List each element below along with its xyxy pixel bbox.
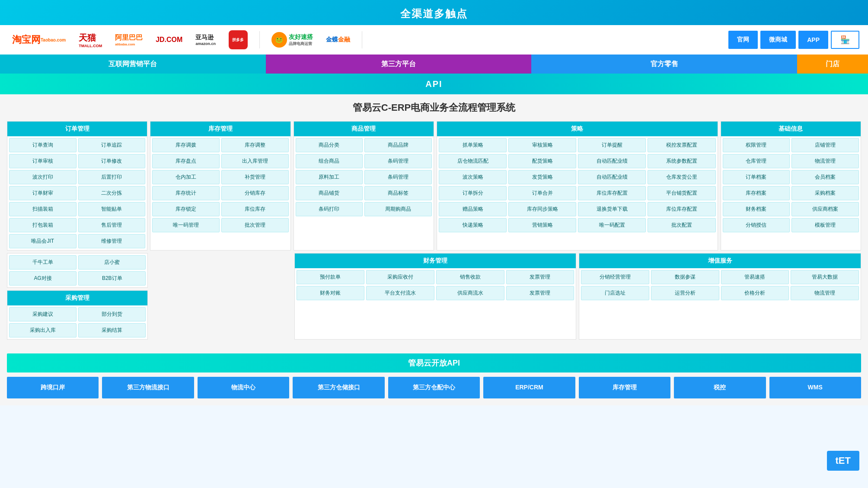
item-平台铺货配置[interactable]: 平台铺货配置 [648, 186, 715, 200]
api-btn-tax[interactable]: 税控 [674, 377, 766, 398]
item-分销授信[interactable]: 分销授信 [723, 218, 790, 232]
item-商品标签[interactable]: 商品标签 [364, 186, 432, 200]
item-维修管理[interactable]: 维修管理 [78, 234, 146, 248]
store-icon-btn[interactable]: 🏪 [831, 31, 859, 49]
item-商品品牌[interactable]: 商品品牌 [364, 138, 432, 152]
item-出入库管理[interactable]: 出入库管理 [221, 154, 289, 168]
item-采购应收付[interactable]: 采购应收付 [366, 270, 434, 284]
item-快递策略[interactable]: 快递策略 [439, 218, 507, 232]
item-库存档案[interactable]: 库存档案 [723, 186, 790, 200]
item-平台支付流水[interactable]: 平台支付流水 [366, 286, 434, 300]
item-扫描装箱[interactable]: 扫描装箱 [9, 202, 77, 216]
item-自动匹配业绩2[interactable]: 自动匹配业绩 [578, 170, 646, 184]
item-赠品策略[interactable]: 赠品策略 [439, 202, 507, 216]
item-权限管理[interactable]: 权限管理 [723, 138, 790, 152]
item-波次策略[interactable]: 波次策略 [439, 170, 507, 184]
api-btn-warehouse-interface[interactable]: 第三方仓储接口 [293, 377, 384, 398]
item-采购档案[interactable]: 采购档案 [791, 186, 859, 200]
item-B2B订单[interactable]: B2B订单 [78, 271, 146, 286]
item-系统参数配置[interactable]: 系统参数配置 [648, 154, 715, 168]
item-运营分析[interactable]: 运营分析 [651, 286, 719, 300]
item-条码管理2[interactable]: 条码管理 [364, 170, 432, 184]
item-财务对账[interactable]: 财务对账 [297, 286, 365, 300]
item-发票管理1[interactable]: 发票管理 [506, 270, 574, 284]
item-仓库发货公里[interactable]: 仓库发货公里 [648, 170, 715, 184]
item-AG对接[interactable]: AG对接 [9, 271, 77, 286]
item-营销策略[interactable]: 营销策略 [508, 218, 576, 232]
item-管易速搭[interactable]: 管易速搭 [721, 270, 789, 284]
item-周期购商品[interactable]: 周期购商品 [364, 202, 432, 216]
item-抓单策略[interactable]: 抓单策略 [439, 138, 507, 152]
item-预付款单[interactable]: 预付款单 [297, 270, 365, 284]
item-自动匹配业绩1[interactable]: 自动匹配业绩 [578, 154, 646, 168]
item-订单提醒[interactable]: 订单提醒 [578, 138, 646, 152]
item-订单追踪[interactable]: 订单追踪 [78, 138, 146, 152]
item-仓库管理[interactable]: 仓库管理 [723, 154, 790, 168]
item-销售收款[interactable]: 销售收款 [436, 270, 504, 284]
item-库存统计[interactable]: 库存统计 [152, 186, 220, 200]
item-仓内加工[interactable]: 仓内加工 [152, 170, 220, 184]
item-批次配置[interactable]: 批次配置 [648, 218, 715, 232]
item-分销库存[interactable]: 分销库存 [221, 186, 289, 200]
item-订单修改[interactable]: 订单修改 [78, 154, 146, 168]
item-供应商档案[interactable]: 供应商档案 [791, 202, 859, 216]
item-智能贴单[interactable]: 智能贴单 [78, 202, 146, 216]
item-订单合并[interactable]: 订单合并 [508, 186, 576, 200]
weishangcheng-btn[interactable]: 微商城 [760, 31, 796, 49]
item-二次分拣[interactable]: 二次分拣 [78, 186, 146, 200]
item-条码打印[interactable]: 条码打印 [296, 202, 363, 216]
item-分销经营管理[interactable]: 分销经营管理 [581, 270, 649, 284]
api-btn-logistics-interface[interactable]: 第三方物流接口 [102, 377, 194, 398]
item-发票管理2[interactable]: 发票管理 [506, 286, 574, 300]
item-财务档案[interactable]: 财务档案 [723, 202, 790, 216]
item-审核策略[interactable]: 审核策略 [508, 138, 576, 152]
item-库存同步策略[interactable]: 库存同步策略 [508, 202, 576, 216]
api-btn-kuajing[interactable]: 跨境口岸 [7, 377, 99, 398]
item-管易大数据[interactable]: 管易大数据 [791, 270, 859, 284]
item-采购出入库[interactable]: 采购出入库 [9, 323, 77, 337]
item-订单审核[interactable]: 订单审核 [9, 154, 77, 168]
item-库存调整[interactable]: 库存调整 [221, 138, 289, 152]
api-btn-inventory[interactable]: 库存管理 [579, 377, 670, 398]
item-库存调拨[interactable]: 库存调拨 [152, 138, 220, 152]
item-组合商品[interactable]: 组合商品 [296, 154, 363, 168]
guanwang-btn[interactable]: 官网 [728, 31, 758, 49]
item-打包装箱[interactable]: 打包装箱 [9, 218, 77, 232]
item-店小蜜[interactable]: 店小蜜 [78, 255, 146, 270]
app-btn[interactable]: APP [798, 31, 828, 49]
item-退换货单下载[interactable]: 退换货单下载 [578, 202, 646, 216]
item-物流管理1[interactable]: 物流管理 [791, 154, 859, 168]
item-唯品会JIT[interactable]: 唯品会JIT [9, 234, 77, 248]
item-库位库存配置1[interactable]: 库位库存配置 [578, 186, 646, 200]
item-千牛工单[interactable]: 千牛工单 [9, 255, 77, 270]
item-商品分类[interactable]: 商品分类 [296, 138, 363, 152]
item-采购建议[interactable]: 采购建议 [9, 307, 77, 321]
item-采购结算[interactable]: 采购结算 [78, 323, 146, 337]
item-订单档案[interactable]: 订单档案 [723, 170, 790, 184]
item-门店选址[interactable]: 门店选址 [581, 286, 649, 300]
item-条码管理1[interactable]: 条码管理 [364, 154, 432, 168]
item-订单查询[interactable]: 订单查询 [9, 138, 77, 152]
item-库位库存配置2[interactable]: 库位库存配置 [648, 202, 715, 216]
item-唯一码管理[interactable]: 唯一码管理 [152, 218, 220, 232]
item-批次管理[interactable]: 批次管理 [221, 218, 289, 232]
item-价格分析[interactable]: 价格分析 [721, 286, 789, 300]
item-补货管理[interactable]: 补货管理 [221, 170, 289, 184]
item-数据参谋[interactable]: 数据参谋 [651, 270, 719, 284]
api-btn-erp-crm[interactable]: ERP/CRM [483, 377, 575, 398]
item-唯一码配置[interactable]: 唯一码配置 [578, 218, 646, 232]
item-店铺管理[interactable]: 店铺管理 [791, 138, 859, 152]
item-库存锁定[interactable]: 库存锁定 [152, 202, 220, 216]
item-税控发票配置[interactable]: 税控发票配置 [648, 138, 715, 152]
item-配货策略[interactable]: 配货策略 [508, 154, 576, 168]
item-订单拆分[interactable]: 订单拆分 [439, 186, 507, 200]
item-会员档案[interactable]: 会员档案 [791, 170, 859, 184]
api-btn-warehouse-center[interactable]: 第三方仓配中心 [388, 377, 480, 398]
item-部分到货[interactable]: 部分到货 [78, 307, 146, 321]
item-售后管理[interactable]: 售后管理 [78, 218, 146, 232]
item-供应商流水[interactable]: 供应商流水 [436, 286, 504, 300]
api-btn-wms[interactable]: WMS [769, 377, 861, 398]
item-模板管理[interactable]: 模板管理 [791, 218, 859, 232]
api-btn-logistics-center[interactable]: 物流中心 [198, 377, 289, 398]
item-库存盘点[interactable]: 库存盘点 [152, 154, 220, 168]
